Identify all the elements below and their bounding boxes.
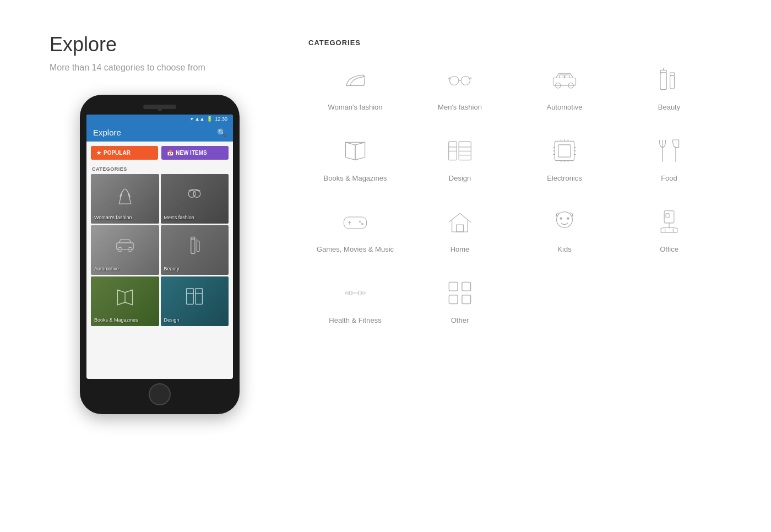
category-mens-fashion[interactable]: Men's fashion xyxy=(413,63,507,112)
phone-buttons-row: ★ POPULAR 📅 NEW ITEMS xyxy=(91,146,229,160)
games-icon xyxy=(339,205,372,238)
grid-label-mens: Men's fashion xyxy=(164,215,194,220)
svg-rect-34 xyxy=(558,145,571,157)
category-design[interactable]: Design xyxy=(413,134,507,183)
svg-point-52 xyxy=(362,223,363,225)
svg-point-51 xyxy=(360,221,361,222)
svg-rect-20 xyxy=(565,75,569,78)
svg-point-55 xyxy=(560,218,562,219)
grid-label-beauty: Beauty xyxy=(164,266,180,272)
food-icon xyxy=(653,134,686,167)
category-label: Woman's fashion xyxy=(328,103,382,112)
svg-rect-33 xyxy=(555,141,574,160)
phone-app-title: Explore xyxy=(93,128,121,137)
phone-grid-item[interactable]: Beauty xyxy=(161,225,229,275)
heading-area: Explore More than 14 categories to choos… xyxy=(44,33,275,73)
battery-icon: 🔋 xyxy=(207,116,213,122)
category-home[interactable]: Home xyxy=(413,205,507,254)
categories-grid: Woman's fashion Men's fashion xyxy=(308,63,727,325)
svg-point-14 xyxy=(449,76,458,85)
calendar-icon: 📅 xyxy=(167,150,173,156)
page-title: Explore xyxy=(50,33,275,56)
svg-rect-64 xyxy=(359,291,361,295)
phone-grid-item[interactable]: Design xyxy=(161,276,229,326)
fitness-icon xyxy=(339,276,372,310)
popular-button[interactable]: ★ POPULAR xyxy=(91,146,158,160)
category-beauty[interactable]: Beauty xyxy=(622,63,716,112)
left-section: Explore More than 14 categories to choos… xyxy=(44,33,275,414)
phone-grid-item[interactable]: Woman's fashion xyxy=(91,174,159,224)
category-books[interactable]: Books & Magazines xyxy=(308,134,402,183)
phone-camera xyxy=(158,107,162,111)
svg-rect-5 xyxy=(191,239,195,254)
svg-rect-66 xyxy=(361,292,365,294)
category-label: Food xyxy=(661,174,677,183)
phone-status-bar: ▾ ▲▲ 🔋 12:30 xyxy=(86,115,233,123)
svg-rect-63 xyxy=(349,291,352,295)
category-electronics[interactable]: Electronics xyxy=(518,134,611,183)
svg-point-1 xyxy=(193,191,200,198)
phone-screen: ▾ ▲▲ 🔋 12:30 Explore 🔍 ★ POPULAR xyxy=(86,115,233,379)
phone-mockup: ▾ ▲▲ 🔋 12:30 Explore 🔍 ★ POPULAR xyxy=(44,95,275,414)
phone-device: ▾ ▲▲ 🔋 12:30 Explore 🔍 ★ POPULAR xyxy=(80,95,240,414)
category-other[interactable]: Other xyxy=(413,276,507,325)
category-health-fitness[interactable]: Health & Fitness xyxy=(308,276,402,325)
category-label: Design xyxy=(449,174,471,183)
svg-rect-68 xyxy=(462,282,471,291)
svg-rect-6 xyxy=(197,241,199,252)
categories-heading: CATEGORIES xyxy=(308,39,727,47)
svg-rect-53 xyxy=(457,225,464,232)
svg-rect-2 xyxy=(117,243,133,249)
svg-rect-70 xyxy=(462,295,471,304)
category-kids[interactable]: Kids xyxy=(518,205,611,254)
phone-home-button[interactable] xyxy=(149,383,171,405)
page-subtitle: More than 14 categories to choose from xyxy=(50,63,275,73)
svg-rect-69 xyxy=(449,295,458,304)
category-label: Games, Movies & Music xyxy=(317,245,394,254)
phone-grid-item[interactable]: Men's fashion xyxy=(161,174,229,224)
beauty-icon xyxy=(653,63,686,96)
category-games[interactable]: Games, Movies & Music xyxy=(308,205,402,254)
book-icon xyxy=(339,134,372,167)
category-label: Automotive xyxy=(546,103,582,112)
phone-grid-item[interactable]: Books & Magazines xyxy=(91,276,159,326)
grid-label-auto: Automotive xyxy=(94,266,119,272)
svg-rect-7 xyxy=(191,237,195,239)
home-icon xyxy=(443,205,476,238)
category-label: Other xyxy=(451,316,469,325)
category-label: Home xyxy=(450,245,470,254)
design-icon xyxy=(443,134,476,167)
glasses-icon xyxy=(443,63,476,96)
svg-rect-10 xyxy=(187,289,194,305)
car-icon xyxy=(548,63,581,96)
svg-rect-16 xyxy=(553,78,575,86)
category-womens-fashion[interactable]: Woman's fashion xyxy=(308,63,402,112)
search-icon[interactable]: 🔍 xyxy=(217,128,226,137)
phone-grid-item[interactable]: Automotive xyxy=(91,225,159,275)
grid-label-books: Books & Magazines xyxy=(94,317,138,323)
svg-rect-22 xyxy=(660,70,666,73)
category-office[interactable]: Office xyxy=(622,205,716,254)
svg-rect-11 xyxy=(196,289,203,305)
svg-rect-67 xyxy=(449,282,458,291)
svg-point-15 xyxy=(461,76,470,85)
phone-categories-label: CATEGORIES xyxy=(86,164,233,174)
category-automotive[interactable]: Automotive xyxy=(518,63,611,112)
new-items-button[interactable]: 📅 NEW ITEMS xyxy=(161,146,229,160)
grid-label-womens: Woman's fashion xyxy=(94,215,132,220)
phone-categories-grid: Woman's fashion Men's fashion xyxy=(86,174,233,326)
star-icon: ★ xyxy=(96,150,101,156)
category-label: Kids xyxy=(557,245,571,254)
svg-rect-65 xyxy=(345,292,349,294)
other-icon xyxy=(443,276,476,310)
svg-rect-48 xyxy=(344,217,366,229)
time-display: 12:30 xyxy=(215,116,227,122)
phone-app-bar: Explore 🔍 xyxy=(86,123,233,142)
category-label: Office xyxy=(660,245,678,254)
svg-point-54 xyxy=(557,211,573,227)
svg-rect-19 xyxy=(560,75,564,78)
category-label: Electronics xyxy=(547,174,582,183)
category-label: Beauty xyxy=(658,103,680,112)
category-food[interactable]: Food xyxy=(622,134,716,183)
heel-icon xyxy=(339,63,372,96)
